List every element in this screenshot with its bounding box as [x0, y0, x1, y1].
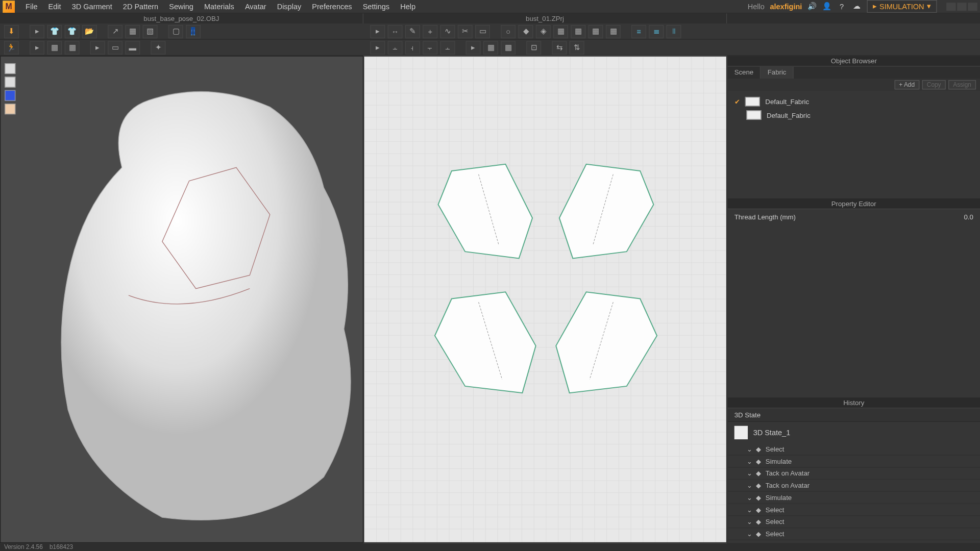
arrow-tool-icon[interactable]: ↗ [108, 24, 122, 38]
garment2-tool-icon[interactable]: 👕 [65, 24, 80, 38]
seam3-icon[interactable]: ⫴ [667, 24, 681, 38]
align4-icon[interactable]: ⫠ [440, 41, 455, 54]
mirror1-icon[interactable]: ⇆ [552, 41, 567, 54]
sel2-icon[interactable]: ▸ [370, 41, 385, 54]
simulation-button[interactable]: ▸ SIMULATION ▾ [867, 0, 937, 13]
open-tool-icon[interactable]: 📂 [82, 24, 97, 38]
edit-point-icon[interactable]: ✎ [405, 24, 420, 38]
align2-icon[interactable]: ⫞ [405, 41, 420, 54]
menu-preferences[interactable]: Preferences [307, 1, 357, 13]
align3-icon[interactable]: ⫟ [423, 41, 437, 54]
help-icon[interactable]: ? [837, 2, 846, 11]
mesh2-icon[interactable]: ▦ [65, 41, 80, 54]
grid4-icon[interactable]: ▦ [606, 24, 621, 38]
add-button[interactable]: + Add [894, 80, 919, 89]
grid5-icon[interactable]: ▦ [483, 41, 498, 54]
render-icon[interactable]: ✦ [151, 41, 165, 54]
volume-icon[interactable]: 🔊 [807, 2, 817, 11]
play2-icon[interactable]: ▸ [90, 41, 105, 54]
mesh1-icon[interactable]: ▦ [47, 41, 62, 54]
circle-icon[interactable]: ○ [501, 24, 516, 38]
menu-3d-garment[interactable]: 3D Garment [66, 1, 117, 13]
menu-avatar[interactable]: Avatar [239, 1, 272, 13]
menu-edit[interactable]: Edit [43, 1, 66, 13]
tab-fabric[interactable]: Fabric [761, 67, 794, 79]
history-section[interactable]: 3D State [728, 408, 980, 421]
garment-tool-icon[interactable]: 👕 [47, 24, 62, 38]
avatar-body-icon[interactable] [5, 90, 15, 101]
dart-icon[interactable]: ◆ [518, 24, 533, 38]
cloud-icon[interactable]: ☁ [852, 2, 861, 11]
fabric-name: Default_Fabric [767, 111, 811, 119]
property-editor-header: Property Editor [728, 198, 980, 209]
avatar-pose-icon[interactable]: 🏃 [4, 41, 19, 54]
menu-help[interactable]: Help [395, 1, 421, 13]
align1-icon[interactable]: ⫠ [388, 41, 403, 54]
avatar-skin-icon[interactable] [5, 104, 15, 114]
copy-button[interactable]: Copy [922, 80, 946, 89]
play-icon[interactable]: ▸ [30, 41, 44, 54]
grid1-icon[interactable]: ▦ [553, 24, 568, 38]
property-value[interactable]: 0.0 [964, 213, 973, 393]
menu-display[interactable]: Display [272, 1, 307, 13]
avatar-show-icon[interactable] [5, 63, 15, 74]
menu-file[interactable]: File [20, 1, 43, 13]
fabric-item[interactable]: Default_Fabric [734, 108, 973, 121]
menu-settings[interactable]: Settings [357, 1, 395, 13]
add-point-icon[interactable]: + [423, 24, 437, 38]
history-item[interactable]: ⌄◆Select [728, 504, 980, 516]
layer-tool-icon[interactable]: ▦ [125, 24, 140, 38]
history-item[interactable]: ⌄◆Simulate [728, 456, 980, 468]
move2d-icon[interactable]: ↔ [388, 24, 403, 38]
rect-icon[interactable]: ▭ [475, 24, 490, 38]
state-row[interactable]: 3D State_1 [728, 422, 980, 443]
pants-tool-icon[interactable]: 👖 [186, 24, 201, 38]
bullet-icon: ◆ [756, 506, 762, 514]
viewport-2d[interactable] [363, 56, 727, 543]
side-panel: Object Browser Scene Fabric + Add Copy A… [727, 56, 980, 543]
import-icon[interactable]: ⬇ [4, 24, 19, 38]
avatar-head-icon[interactable] [5, 77, 15, 87]
internal-icon[interactable]: ◈ [536, 24, 551, 38]
grid2-icon[interactable]: ▦ [571, 24, 585, 38]
history-item-label: Select [765, 506, 784, 514]
menu-2d-pattern[interactable]: 2D Pattern [117, 1, 163, 13]
menu-sewing[interactable]: Sewing [164, 1, 199, 13]
menu-materials[interactable]: Materials [199, 1, 239, 13]
close-button[interactable] [968, 3, 977, 11]
seam1-icon[interactable]: ≡ [631, 24, 646, 38]
history-item[interactable]: ⌄◆Tack on Avatar [728, 467, 980, 480]
mirror2-icon[interactable]: ⇅ [570, 41, 584, 54]
play3-icon[interactable]: ▸ [466, 41, 481, 54]
select-tool-icon[interactable]: ▸ [30, 24, 44, 38]
history-item[interactable]: ⌄◆Simulate [728, 540, 980, 543]
user-icon[interactable]: 👤 [822, 2, 831, 11]
username[interactable]: alexfigini [770, 3, 802, 11]
history-item[interactable]: ⌄◆Select [728, 528, 980, 540]
history-item[interactable]: ⌄◆Select [728, 443, 980, 456]
box-tool-icon[interactable]: ▢ [168, 24, 183, 38]
maximize-button[interactable] [957, 3, 966, 11]
grid3-icon[interactable]: ▦ [589, 24, 603, 38]
status-bar: Version 2.4.56 b168423 [0, 543, 980, 551]
viewport-2d-title[interactable]: bust_01.ZPrj [363, 13, 727, 23]
history-item[interactable]: ⌄◆Simulate [728, 492, 980, 504]
texture-tool-icon[interactable]: ▧ [143, 24, 158, 38]
cut-icon[interactable]: ✂ [458, 24, 473, 38]
viewport-3d[interactable] [0, 56, 363, 543]
grid6-icon[interactable]: ▦ [501, 41, 516, 54]
history-item[interactable]: ⌄◆Select [728, 516, 980, 528]
curve-icon[interactable]: ∿ [440, 24, 455, 38]
fabric-item[interactable]: ✔ Default_Fabric [734, 95, 973, 108]
select2d-icon[interactable]: ▸ [370, 24, 385, 38]
assign-button[interactable]: Assign [948, 80, 976, 89]
snap-icon[interactable]: ⊡ [526, 41, 541, 54]
seam2-icon[interactable]: ≣ [649, 24, 664, 38]
minimize-button[interactable] [946, 3, 955, 11]
tab-scene[interactable]: Scene [728, 67, 761, 79]
viewport-3d-title[interactable]: bust_base_pose_02.OBJ [0, 13, 363, 23]
view1-icon[interactable]: ▭ [108, 41, 122, 54]
dropdown-icon: ▾ [927, 2, 931, 11]
view2-icon[interactable]: ▬ [125, 41, 140, 54]
history-item[interactable]: ⌄◆Tack on Avatar [728, 480, 980, 492]
